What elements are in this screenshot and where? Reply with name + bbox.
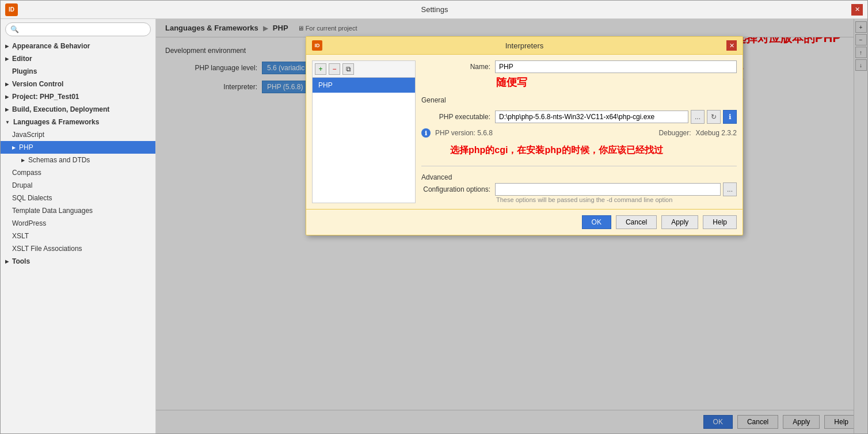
sidebar-item-schemas[interactable]: ▶ Schemas and DTDs <box>1 154 155 166</box>
php-exec-browse-button[interactable]: ... <box>691 110 705 124</box>
sidebar-item-label: Drupal <box>12 181 32 189</box>
sidebar-item-compass[interactable]: Compass <box>1 166 155 179</box>
dialog-title-bar: ID Interpreters ✕ <box>306 37 743 55</box>
interpreters-dialog: ID Interpreters ✕ + − ⧉ <box>306 36 743 235</box>
search-input[interactable] <box>5 22 151 36</box>
sidebar-item-project[interactable]: ▶ Project: PHP_Test01 <box>1 90 155 103</box>
dialog-logo-text: ID <box>315 43 320 48</box>
sidebar-item-label: XSLT File Associations <box>12 245 82 253</box>
main-panel: Languages & Frameworks ▶ PHP 🖥 For curre… <box>156 19 867 433</box>
sidebar-item-label: Schemas and DTDs <box>28 156 90 164</box>
php-exec-input[interactable] <box>495 111 688 123</box>
sidebar-item-php[interactable]: ▶ PHP <box>1 141 155 154</box>
dialog-add-button[interactable]: + <box>315 63 326 75</box>
sidebar-item-label: Appearance & Behavior <box>12 42 90 50</box>
dialog-list-item-php[interactable]: PHP <box>313 78 415 93</box>
title-bar: ID Settings ✕ <box>1 1 867 19</box>
sidebar-item-plugins[interactable]: ▶ Plugins <box>1 65 155 78</box>
config-path-row: ... <box>495 182 737 196</box>
php-version-label: PHP version: 5.6.8 <box>435 129 493 137</box>
main-window: ID Settings ✕ ▶ Appearance & Behavior ▶ … <box>0 0 868 434</box>
sidebar-item-label: Project: PHP_Test01 <box>12 93 79 101</box>
expand-icon: ▶ <box>5 107 9 112</box>
close-button[interactable]: ✕ <box>851 4 863 16</box>
config-options-browse-button[interactable]: ... <box>723 182 737 196</box>
sidebar-item-xslt[interactable]: XSLT <box>1 230 155 242</box>
expand-icon: ▶ <box>5 82 9 87</box>
dialog-cancel-button[interactable]: Cancel <box>616 215 657 229</box>
config-options-label: Configuration options: <box>421 185 490 193</box>
dialog-logo: ID <box>312 40 322 51</box>
sidebar-item-label: XSLT <box>12 232 29 240</box>
sidebar-item-drupal[interactable]: Drupal <box>1 179 155 192</box>
sidebar-item-template-data[interactable]: Template Data Languages <box>1 204 155 217</box>
sidebar-item-label: Languages & Frameworks <box>13 118 99 126</box>
expand-icon: ▶ <box>5 56 9 62</box>
dialog-footer: OK Cancel Apply Help <box>306 209 743 235</box>
sidebar-item-wordpress[interactable]: WordPress <box>1 217 155 230</box>
sidebar-item-label: Tools <box>12 257 30 265</box>
sidebar-item-languages[interactable]: ▼ Languages & Frameworks <box>1 116 155 128</box>
config-options-row: Configuration options: ... <box>421 182 737 196</box>
sidebar-item-label: JavaScript <box>12 131 44 139</box>
sidebar-item-version-control[interactable]: ▶ Version Control <box>1 78 155 90</box>
php-exec-row: PHP executable: ... ↻ ℹ <box>421 110 737 124</box>
window-title: Settings <box>18 5 851 14</box>
dialog-sidebar-toolbar: + − ⧉ <box>313 61 415 78</box>
dialog-form: Name: 随便写 General PHP executa <box>421 60 737 203</box>
name-row: Name: <box>421 60 737 73</box>
advanced-label: Advanced <box>421 173 737 181</box>
debugger-label: Debugger: <box>659 129 691 137</box>
sidebar-item-label: Editor <box>12 55 32 63</box>
sidebar-item-label: Template Data Languages <box>12 207 93 215</box>
sidebar-item-build[interactable]: ▶ Build, Execution, Deployment <box>1 103 155 116</box>
debugger-value: Xdebug 2.3.2 <box>696 129 737 137</box>
sidebar-item-label: SQL Dialects <box>12 194 52 202</box>
expand-icon: ▶ <box>21 158 25 163</box>
php-exec-refresh-button[interactable]: ↻ <box>707 110 721 124</box>
sidebar-item-appearance[interactable]: ▶ Appearance & Behavior <box>1 40 155 52</box>
advanced-section: Advanced Configuration options: ... Thes… <box>421 166 737 203</box>
sidebar-item-label: WordPress <box>12 219 46 227</box>
expand-icon: ▶ <box>5 44 9 49</box>
annotation-name: 随便写 <box>496 75 737 89</box>
expand-icon: ▶ <box>12 145 16 150</box>
dialog-remove-button[interactable]: − <box>329 63 340 75</box>
sidebar-item-xslt-file[interactable]: XSLT File Associations <box>1 242 155 255</box>
dialog-apply-button[interactable]: Apply <box>661 215 698 229</box>
sidebar-item-sql-dialects[interactable]: SQL Dialects <box>1 192 155 204</box>
dialog-ok-button[interactable]: OK <box>582 215 611 229</box>
info-icon: ℹ <box>421 128 431 138</box>
config-hint: These options will be passed using the -… <box>496 196 737 203</box>
app-logo: ID <box>5 3 18 16</box>
dialog-copy-button[interactable]: ⧉ <box>342 63 354 75</box>
php-exec-info-button[interactable]: ℹ <box>723 110 737 124</box>
dialog-sidebar: + − ⧉ PHP <box>312 60 416 203</box>
config-options-input[interactable] <box>495 183 721 196</box>
sidebar-item-label: Build, Execution, Deployment <box>12 105 109 113</box>
content-area: ▶ Appearance & Behavior ▶ Editor ▶ Plugi… <box>1 19 867 433</box>
php-exec-label: PHP executable: <box>421 113 490 121</box>
sidebar: ▶ Appearance & Behavior ▶ Editor ▶ Plugi… <box>1 19 156 433</box>
name-input[interactable] <box>495 60 737 73</box>
expand-icon: ▼ <box>5 120 10 125</box>
dialog-body: + − ⧉ PHP Name: <box>306 55 743 209</box>
dialog-help-button[interactable]: Help <box>703 215 737 229</box>
sidebar-item-label: Plugins <box>12 67 37 75</box>
sidebar-item-javascript[interactable]: JavaScript <box>1 128 155 141</box>
sidebar-item-editor[interactable]: ▶ Editor <box>1 52 155 65</box>
sidebar-item-label: Version Control <box>12 80 63 88</box>
dialog-title: Interpreters <box>322 41 726 50</box>
general-section-label: General <box>421 96 737 104</box>
sidebar-item-label: PHP <box>19 143 33 151</box>
annotation-cgi: 选择php的cgi，在安装php的时候，你应该已经找过 <box>450 144 737 157</box>
sidebar-item-label: Compass <box>12 169 41 177</box>
expand-icon: ▶ <box>5 94 9 100</box>
logo-text: ID <box>9 6 14 13</box>
expand-icon: ▶ <box>5 259 9 264</box>
php-exec-path-row: ... ↻ ℹ <box>495 110 737 124</box>
sidebar-item-tools[interactable]: ▶ Tools <box>1 255 155 268</box>
dialog-close-button[interactable]: ✕ <box>726 40 737 51</box>
name-label: Name: <box>421 63 490 71</box>
dialog-overlay: ID Interpreters ✕ + − ⧉ <box>156 19 867 433</box>
